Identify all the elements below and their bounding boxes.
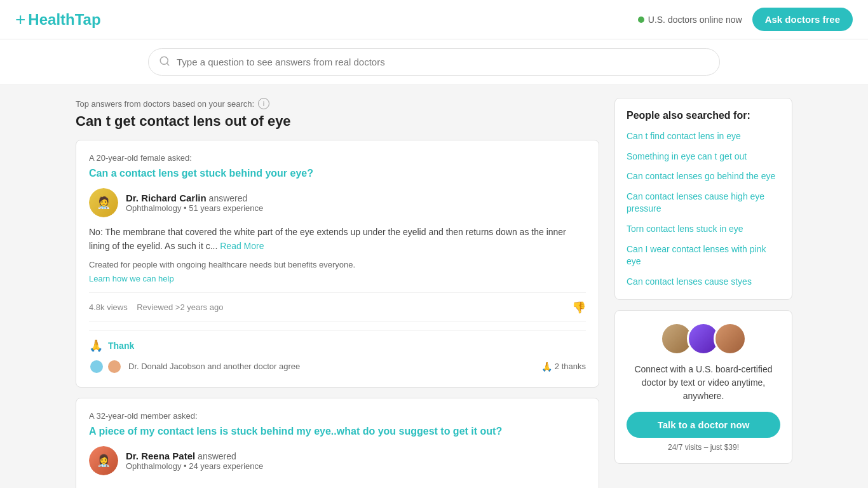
content-left: Top answers from doctors based on your s…: [76, 98, 599, 488]
logo-text: HealthTap: [28, 11, 100, 29]
answer-card-1: A 20-year-old female asked: Can a contac…: [76, 140, 599, 388]
divider-1: [89, 321, 586, 322]
read-more-1[interactable]: Read More: [220, 241, 264, 251]
related-link-5[interactable]: Torn contact lens stuck in eye: [627, 223, 780, 236]
healthcare-note-1: Created for people with ongoing healthca…: [89, 260, 586, 269]
specialty-1: Ophthalmology • 51 years experience: [126, 203, 263, 213]
header-right: U.S. doctors online now Ask doctors free: [638, 8, 853, 31]
agree-row-1: Dr. Donald Jacobson and another doctor a…: [89, 359, 586, 374]
avatar-image-2: 👩‍⚕️: [89, 446, 118, 475]
search-input[interactable]: [177, 57, 709, 67]
page-title: Can t get contact lens out of eye: [76, 113, 599, 130]
related-link-1[interactable]: Can t find contact lens in eye: [627, 130, 780, 143]
logo: + HealthTap: [15, 10, 101, 30]
thank-button-1[interactable]: Thank: [108, 341, 134, 351]
doctor-info-1: Dr. Richard Carlin answered Ophthalmolog…: [126, 193, 263, 213]
related-link-3[interactable]: Can contact lenses go behind the eye: [627, 170, 780, 183]
related-title: People also searched for:: [627, 110, 780, 121]
connect-doctor-avatar-3: [714, 322, 747, 355]
search-icon: [159, 55, 170, 69]
avatar-image-1: 🧑‍⚕️: [89, 188, 118, 217]
answered-label-2: answered: [198, 451, 236, 461]
online-dot: [638, 17, 644, 23]
ask-doctors-button[interactable]: Ask doctors free: [752, 8, 853, 31]
svg-line-1: [166, 63, 168, 65]
search-label: Top answers from doctors based on your s…: [76, 98, 599, 109]
main-content: Top answers from doctors based on your s…: [65, 85, 803, 488]
asker-line-1: A 20-year-old female asked:: [89, 153, 586, 163]
doctor-row-1: 🧑‍⚕️ Dr. Richard Carlin answered Ophthal…: [89, 188, 586, 217]
online-indicator: U.S. doctors online now: [638, 15, 742, 25]
search-wrap: [148, 48, 720, 76]
sidebar: People also searched for: Can t find con…: [614, 98, 792, 488]
connect-box: Connect with a U.S. board-certified doct…: [614, 310, 792, 464]
learn-link-1[interactable]: Learn how we can help: [89, 274, 174, 283]
search-bar: [0, 39, 868, 85]
answer-text-1: No: The membrane that covered the white …: [89, 225, 586, 254]
question-link-1[interactable]: Can a contact lens get stuck behind your…: [89, 168, 586, 179]
agree-text-1: Dr. Donald Jacobson and another doctor a…: [128, 362, 300, 371]
card-stats-1: 4.8k views Reviewed >2 years ago: [89, 302, 223, 312]
doctor-avatars-row: [627, 322, 780, 355]
agree-avatars-1: Dr. Donald Jacobson and another doctor a…: [89, 359, 300, 374]
thumbs-down-1[interactable]: 👎: [572, 301, 586, 315]
related-link-4[interactable]: Can contact lenses cause high eye pressu…: [627, 191, 780, 215]
related-link-2[interactable]: Something in eye can t get out: [627, 151, 780, 163]
answer-card-2: A 32-year-old member asked: A piece of m…: [76, 398, 599, 488]
question-link-2[interactable]: A piece of my contact lens is stuck behi…: [89, 426, 586, 437]
doctor-row-2: 👩‍⚕️ Dr. Reena Patel answered Ophthalmol…: [89, 446, 586, 475]
related-link-7[interactable]: Can contact lenses cause styes: [627, 276, 780, 288]
thank-row-1: 🙏 Thank: [89, 330, 586, 353]
thanks-icon-1: 🙏: [541, 362, 552, 372]
info-icon[interactable]: i: [258, 98, 269, 109]
thanks-count-1: 🙏 2 thanks: [541, 362, 586, 372]
online-text: U.S. doctors online now: [648, 15, 742, 25]
related-box: People also searched for: Can t find con…: [614, 98, 792, 300]
doctor-info-2: Dr. Reena Patel answered Ophthalmology •…: [126, 451, 263, 471]
logo-plus: +: [15, 10, 25, 30]
specialty-2: Ophthalmology • 24 years experience: [126, 461, 263, 471]
asker-line-2: A 32-year-old member asked:: [89, 411, 586, 421]
connect-text: Connect with a U.S. board-certified doct…: [627, 363, 780, 403]
card-footer-1: 4.8k views Reviewed >2 years ago 👎: [89, 292, 586, 315]
related-link-6[interactable]: Can I wear contact lenses with pink eye: [627, 243, 780, 268]
agree-avatar-small-2: [107, 359, 122, 374]
doctor-avatar-1: 🧑‍⚕️: [89, 188, 118, 217]
doctor-name-2: Dr. Reena Patel: [126, 451, 195, 461]
header: + HealthTap U.S. doctors online now Ask …: [0, 0, 868, 39]
visits-note: 24/7 visits – just $39!: [627, 443, 780, 452]
doctor-avatar-2: 👩‍⚕️: [89, 446, 118, 475]
thank-icon-1: 🙏: [89, 339, 103, 353]
agree-avatar-small-1: [89, 359, 104, 374]
doctor-name-1: Dr. Richard Carlin: [126, 193, 207, 203]
talk-to-doctor-button[interactable]: Talk to a doctor now: [627, 412, 780, 438]
answered-label-1: answered: [209, 193, 248, 203]
